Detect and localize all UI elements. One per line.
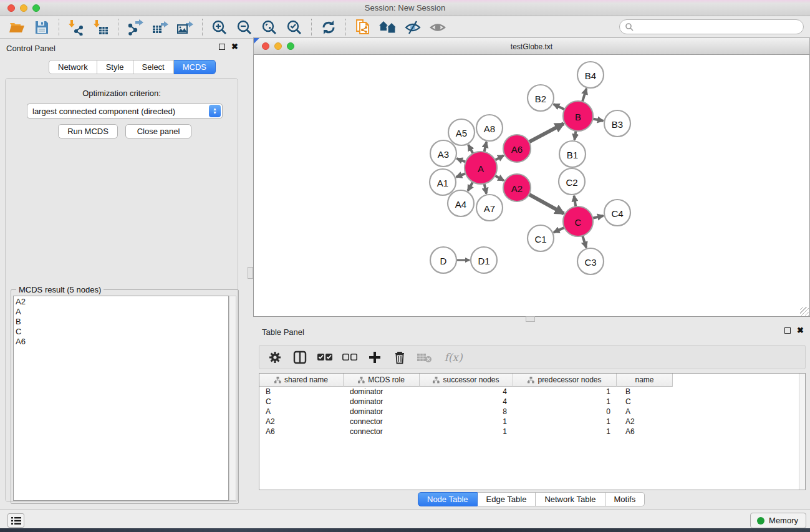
search-input[interactable]: [619, 19, 804, 34]
graph-node-B3[interactable]: B3: [604, 110, 630, 137]
graph-node-C4[interactable]: C4: [604, 200, 630, 226]
export-table-icon[interactable]: [151, 19, 170, 36]
table-cell[interactable]: B: [617, 387, 673, 397]
edge-A-A7[interactable]: [485, 183, 487, 193]
table-settings-gear-icon[interactable]: [267, 349, 283, 365]
show-columns-icon[interactable]: [292, 349, 308, 365]
graph-node-C[interactable]: C: [563, 206, 593, 236]
task-history-button[interactable]: [7, 513, 24, 528]
close-table-panel-icon[interactable]: ✖: [797, 327, 804, 334]
graph-node-C1[interactable]: C1: [528, 225, 554, 251]
zoom-out-icon[interactable]: [235, 19, 254, 36]
graph-node-A6[interactable]: A6: [503, 135, 531, 162]
graph-node-D[interactable]: D: [430, 247, 456, 273]
table-cell[interactable]: 1: [513, 387, 617, 397]
graph-node-A[interactable]: A: [465, 152, 497, 184]
delete-column-trash-icon[interactable]: [392, 349, 408, 365]
delete-table-icon[interactable]: [417, 349, 433, 365]
edge-A-A1[interactable]: [456, 173, 466, 177]
edge-A-A6[interactable]: [495, 155, 504, 160]
open-session-icon[interactable]: [7, 19, 26, 36]
graph-node-A2[interactable]: A2: [503, 174, 531, 201]
table-cell[interactable]: 1: [420, 427, 513, 437]
table-row[interactable]: Cdominator41C: [259, 397, 799, 407]
table-cell[interactable]: C: [259, 397, 344, 407]
edge-A-A2[interactable]: [495, 176, 504, 181]
zoom-fit-icon[interactable]: [260, 19, 279, 36]
graph-node-A7[interactable]: A7: [476, 195, 503, 221]
graph-node-A1[interactable]: A1: [430, 169, 456, 195]
close-panel-icon[interactable]: ✖: [231, 44, 238, 50]
edge-A-A3[interactable]: [456, 158, 465, 162]
import-table-icon[interactable]: [92, 19, 110, 36]
edge-A2-C[interactable]: [529, 195, 564, 214]
table-cell[interactable]: A2: [259, 417, 344, 427]
edge-B-B4[interactable]: [582, 89, 586, 102]
edge-B-B2[interactable]: [554, 104, 565, 110]
edge-A-A5[interactable]: [468, 145, 473, 153]
tab-network-table[interactable]: Network Table: [536, 492, 605, 506]
edge-C-C1[interactable]: [554, 228, 564, 233]
table-cell[interactable]: dominator: [344, 397, 420, 407]
graph-node-B[interactable]: B: [563, 101, 593, 131]
column-header-shared-name[interactable]: shared name: [259, 374, 344, 387]
memory-button[interactable]: Memory: [750, 513, 806, 528]
column-header-MCDS-role[interactable]: MCDS role: [344, 374, 420, 387]
import-network-icon[interactable]: [67, 19, 85, 36]
edge-A6-B[interactable]: [529, 123, 564, 142]
mcds-result-item[interactable]: B: [16, 317, 228, 327]
graph-node-A3[interactable]: A3: [430, 140, 456, 167]
close-panel-button[interactable]: Close panel: [125, 124, 191, 138]
zoom-selected-icon[interactable]: [285, 19, 304, 36]
select-all-columns-icon[interactable]: [317, 349, 333, 365]
table-scrollbar[interactable]: [799, 374, 805, 490]
tab-network[interactable]: Network: [49, 60, 97, 74]
column-header-name[interactable]: name: [617, 374, 673, 387]
table-row[interactable]: Bdominator41B: [259, 387, 799, 397]
edge-A-A4[interactable]: [468, 182, 473, 191]
show-eye-icon[interactable]: [428, 19, 447, 36]
edge-C-C2[interactable]: [574, 196, 576, 207]
table-cell[interactable]: dominator: [344, 387, 420, 397]
tab-edge-table[interactable]: Edge Table: [478, 492, 536, 506]
table-cell[interactable]: connector: [344, 427, 420, 437]
table-cell[interactable]: 4: [420, 387, 513, 397]
column-header-successor-nodes[interactable]: successor nodes: [420, 374, 513, 387]
export-network-icon[interactable]: [126, 19, 145, 36]
network-canvas[interactable]: B4B2BB3A8A5A6A3B1AA1C2A2A4A7C4CC1DD1C3: [253, 55, 810, 317]
run-mcds-button[interactable]: Run MCDS: [58, 124, 118, 138]
duplicate-network-icon[interactable]: [354, 19, 372, 36]
hide-eye-icon[interactable]: [403, 19, 422, 36]
table-cell[interactable]: 1: [513, 397, 617, 407]
home-icon[interactable]: [378, 19, 397, 36]
mcds-result-item[interactable]: A: [16, 307, 228, 317]
graph-node-B1[interactable]: B1: [559, 141, 586, 167]
save-session-icon[interactable]: [32, 19, 51, 36]
table-cell[interactable]: C: [617, 397, 673, 407]
splitter-handle-bottom[interactable]: [526, 316, 535, 322]
graph-node-A8[interactable]: A8: [476, 115, 503, 141]
table-row[interactable]: Adominator80A: [259, 407, 799, 417]
network-window-titlebar[interactable]: testGlobe.txt: [253, 37, 810, 55]
graph-node-C2[interactable]: C2: [559, 168, 585, 195]
float-panel-icon[interactable]: [219, 44, 225, 50]
table-cell[interactable]: A6: [617, 427, 673, 437]
edge-B-B3[interactable]: [593, 118, 604, 120]
deselect-all-columns-icon[interactable]: [342, 349, 358, 365]
window-resize-grip[interactable]: [800, 307, 809, 316]
splitter-handle-left[interactable]: [248, 267, 253, 279]
table-row[interactable]: A2connector11A2: [259, 417, 799, 427]
table-cell[interactable]: 1: [420, 417, 513, 427]
table-row[interactable]: A6connector11A6: [259, 427, 799, 437]
table-cell[interactable]: 4: [420, 397, 513, 407]
graph-node-B4[interactable]: B4: [577, 62, 604, 88]
table-cell[interactable]: B: [259, 387, 344, 397]
mcds-result-item[interactable]: A6: [16, 337, 228, 347]
column-header-predecessor-nodes[interactable]: predecessor nodes: [513, 374, 617, 387]
mcds-result-scrollbar[interactable]: [229, 296, 236, 501]
create-column-plus-icon[interactable]: [367, 349, 383, 365]
table-cell[interactable]: 1: [513, 427, 617, 437]
tab-mcds[interactable]: MCDS: [174, 60, 216, 74]
optimization-criterion-select[interactable]: largest connected component (directed) ▲…: [27, 104, 223, 118]
float-table-panel-icon[interactable]: [784, 327, 791, 334]
